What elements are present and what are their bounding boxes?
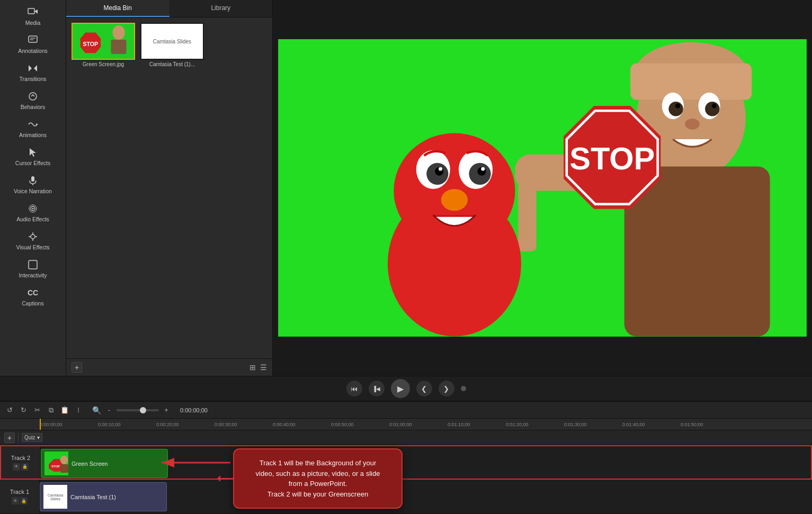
svg-point-35: [685, 119, 699, 130]
audio-effects-icon: [27, 203, 39, 214]
redo-button[interactable]: ↻: [18, 405, 29, 416]
track-2-clip[interactable]: STOP Green Screen: [41, 449, 168, 478]
timeline-toolbar: ↺ ↻ ✂ ⧉ 📋 ⁞ 🔍 - + 0:00:00;00: [0, 402, 812, 419]
ruler-mark-4: 0:00:40;00: [273, 422, 331, 427]
zoom-thumb[interactable]: [140, 407, 146, 413]
preview-area: STOP: [273, 0, 812, 376]
sidebar-item-visual-effects[interactable]: Visual Effects: [0, 227, 66, 255]
svg-marker-8: [36, 123, 38, 125]
prev-button[interactable]: ❮: [416, 381, 432, 396]
ruler-mark-10: 0:01:40;00: [622, 422, 681, 427]
paste-button[interactable]: 📋: [59, 405, 70, 416]
svg-point-18: [31, 235, 35, 239]
sidebar-item-label-interactivity: Interactivity: [19, 272, 47, 278]
time-display: 0:00:00;00: [180, 407, 208, 413]
transport-bar: ⏮ ▐◀ ▶ ❮ ❯: [0, 376, 812, 401]
grid-view-icon[interactable]: ⊞: [249, 363, 256, 372]
sidebar-item-media[interactable]: Media: [0, 2, 66, 30]
next-button[interactable]: ❯: [439, 381, 454, 396]
track-2-name: Track 2: [11, 455, 30, 461]
sidebar-item-label-behaviors: Behaviors: [21, 104, 46, 110]
sidebar-item-annotations[interactable]: Annotations: [0, 30, 66, 58]
voice-narration-icon: [27, 175, 39, 186]
copy-button[interactable]: ⧉: [46, 405, 56, 416]
sidebar-item-animations[interactable]: Animations: [0, 114, 66, 142]
animations-icon: [27, 119, 39, 130]
track-1-lock[interactable]: 🔒: [20, 497, 28, 504]
view-toggle: ⊞ ☰: [249, 363, 267, 372]
track-2-visibility[interactable]: 👁: [13, 463, 20, 471]
sidebar-item-captions[interactable]: CC Captions: [0, 283, 66, 311]
quiz-dropdown-arrow: ▾: [37, 435, 40, 440]
svg-point-34: [712, 104, 717, 109]
sidebar-item-audio-effects[interactable]: Audio Effects: [0, 199, 66, 227]
step-back-button[interactable]: ▐◀: [369, 381, 385, 396]
svg-point-31: [668, 102, 683, 116]
svg-point-32: [705, 102, 719, 116]
timeline-ruler: 0:00:00;00 0:00:10;00 0:00:20;00 0:00:30…: [0, 419, 812, 430]
tooltip-line4: Track 2 will be your Greenscreen: [267, 490, 368, 498]
media-content: STOP Green Screen.jpg Camtasia Slides: [66, 17, 272, 358]
media-thumb-ppt: Camtasia Slides: [140, 23, 204, 60]
zoom-in-icon[interactable]: 🔍: [91, 405, 102, 416]
track-row-1: Track 1 👁 🔒 CamtasiaSlides Camtasia Test…: [0, 480, 812, 514]
svg-marker-5: [29, 65, 32, 71]
svg-text:STOP: STOP: [51, 465, 60, 468]
quiz-dropdown[interactable]: Quiz ▾: [22, 433, 42, 442]
tooltip-line3: from a PowerPoint.: [289, 480, 347, 488]
captions-icon: CC: [27, 287, 39, 299]
sidebar-item-label-visual-effects: Visual Effects: [16, 244, 49, 250]
svg-rect-38: [518, 179, 536, 251]
sidebar-item-behaviors[interactable]: Behaviors: [0, 86, 66, 114]
zoom-minus-button[interactable]: -: [104, 405, 114, 416]
undo-button[interactable]: ↺: [4, 405, 15, 416]
sidebar-item-transitions[interactable]: Transitions: [0, 58, 66, 86]
track-2-lock[interactable]: 🔒: [21, 463, 29, 471]
sidebar-item-interactivity[interactable]: Interactivity: [0, 255, 66, 283]
track-1-clip[interactable]: CamtasiaSlides Camtasia Test (1): [40, 482, 167, 511]
zoom-plus-button[interactable]: +: [161, 405, 172, 416]
track-label-2: Track 2 👁 🔒: [1, 446, 41, 479]
ruler-marks: 0:00:00;00 0:00:10;00 0:00:20;00 0:00:30…: [40, 419, 812, 430]
split-button[interactable]: ⁞: [73, 405, 84, 416]
track-2-clip-thumb: STOP: [44, 452, 68, 475]
sidebar-item-cursor-effects[interactable]: Cursor Effects: [0, 142, 66, 170]
track-label-1: Track 1 👁 🔒: [0, 480, 40, 513]
cut-button[interactable]: ✂: [32, 405, 42, 416]
ruler-mark-9: 0:01:30;00: [564, 422, 622, 427]
ruler-mark-1: 0:00:10;00: [98, 422, 156, 427]
timeline-tracks: Track 2 👁 🔒 STOP: [0, 445, 812, 514]
svg-marker-6: [34, 65, 37, 71]
svg-rect-28: [630, 64, 752, 100]
tab-media-bin[interactable]: Media Bin: [66, 0, 169, 17]
timeline-controls-row: + Quiz ▾: [0, 430, 812, 445]
svg-point-52: [441, 189, 468, 211]
media-thumb-greenscreen: STOP: [72, 23, 135, 60]
media-item-ppt[interactable]: Camtasia Slides Camtasia Test (1)...: [140, 23, 204, 67]
svg-point-13: [32, 208, 34, 210]
play-button[interactable]: ▶: [391, 379, 410, 398]
interactivity-icon: [27, 259, 39, 270]
behaviors-icon: [27, 91, 39, 102]
list-view-icon[interactable]: ☰: [260, 363, 267, 372]
annotations-icon: [27, 34, 39, 46]
sidebar-item-label-annotations: Annotations: [18, 48, 47, 54]
media-item-greenscreen[interactable]: STOP Green Screen.jpg: [72, 23, 135, 67]
rewind-button[interactable]: ⏮: [346, 381, 362, 396]
add-track-button[interactable]: +: [4, 432, 15, 443]
ruler-mark-6: 0:01:00;00: [389, 422, 448, 427]
sidebar: Media Annotations Transitions Behaviors …: [0, 0, 66, 376]
sidebar-item-voice-narration[interactable]: Voice Narration: [0, 170, 66, 199]
svg-point-50: [439, 167, 442, 171]
track-1-visibility[interactable]: 👁: [12, 497, 19, 504]
media-item-greenscreen-label: Green Screen.jpg: [83, 61, 124, 67]
transport-dot[interactable]: [461, 386, 466, 391]
track-row-2: Track 2 👁 🔒 STOP: [0, 445, 812, 480]
tooltip-line1: Track 1 will be the Background of your: [260, 459, 377, 467]
add-media-button[interactable]: +: [72, 362, 82, 373]
svg-point-33: [675, 104, 680, 109]
tab-library[interactable]: Library: [169, 0, 273, 17]
timeline-section: ↺ ↻ ✂ ⧉ 📋 ⁞ 🔍 - + 0:00:00;00 0:00:00;00 …: [0, 401, 812, 514]
track-1-clip-thumb: CamtasiaSlides: [43, 485, 67, 509]
playhead[interactable]: [40, 419, 41, 430]
